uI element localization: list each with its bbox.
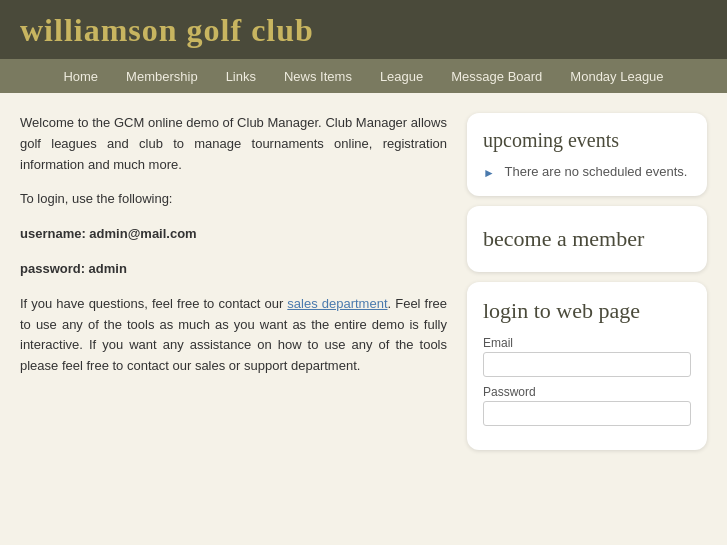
nav-membership[interactable]: Membership	[126, 69, 198, 84]
member-heading: become a member	[483, 226, 691, 252]
left-column: Welcome to the GCM online demo of Club M…	[20, 113, 447, 450]
sales-department-link[interactable]: sales department	[287, 296, 387, 311]
password-input[interactable]	[483, 401, 691, 426]
arrow-icon: ►	[483, 166, 495, 180]
nav-monday-league[interactable]: Monday League	[570, 69, 663, 84]
site-header: williamson golf club	[0, 0, 727, 59]
password-display: password: admin	[20, 259, 447, 280]
login-box: login to web page Email Password	[467, 282, 707, 450]
nav-links[interactable]: Links	[226, 69, 256, 84]
events-body: ► There are no scheduled events.	[483, 164, 691, 180]
contact-paragraph: If you have questions, feel free to cont…	[20, 294, 447, 377]
login-heading: login to web page	[483, 298, 691, 324]
upcoming-events-box: upcoming events ► There are no scheduled…	[467, 113, 707, 196]
contact-text-before: If you have questions, feel free to cont…	[20, 296, 287, 311]
login-prompt: To login, use the following:	[20, 189, 447, 210]
main-content: Welcome to the GCM online demo of Club M…	[0, 93, 727, 470]
events-heading: upcoming events	[483, 129, 691, 152]
nav-news-items[interactable]: News Items	[284, 69, 352, 84]
email-input[interactable]	[483, 352, 691, 377]
main-nav: Home Membership Links News Items League …	[0, 59, 727, 93]
password-form-group: Password	[483, 385, 691, 426]
right-column: upcoming events ► There are no scheduled…	[467, 113, 707, 450]
email-form-group: Email	[483, 336, 691, 377]
nav-home[interactable]: Home	[63, 69, 98, 84]
no-events-text: There are no scheduled events.	[501, 164, 691, 179]
site-title: williamson golf club	[20, 12, 707, 49]
intro-paragraph: Welcome to the GCM online demo of Club M…	[20, 113, 447, 175]
username-display: username: admin@mail.com	[20, 224, 447, 245]
become-member-box[interactable]: become a member	[467, 206, 707, 272]
email-label: Email	[483, 336, 691, 350]
nav-message-board[interactable]: Message Board	[451, 69, 542, 84]
nav-league[interactable]: League	[380, 69, 423, 84]
password-label: Password	[483, 385, 691, 399]
